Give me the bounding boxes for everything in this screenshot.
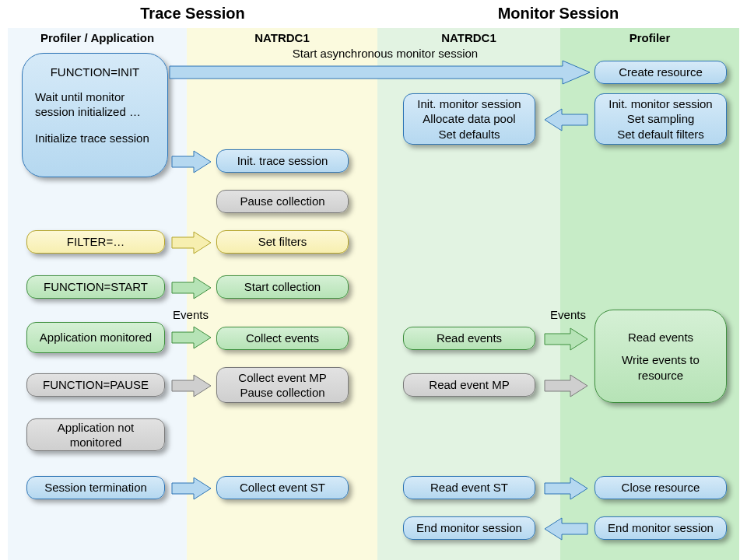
mon-init-right-l2: Set sampling <box>627 111 695 127</box>
collect-mp-l1: Collect event MP <box>238 370 326 386</box>
read-events-small-box: Read events <box>403 327 535 350</box>
mon-init-left-l1: Init. monitor session <box>417 96 521 112</box>
init-l1: FUNCTION=INIT <box>35 65 155 80</box>
sess-term-box: Session termination <box>26 476 165 499</box>
arrow-read-st <box>545 478 587 499</box>
init-l3: Initialize trace session <box>35 131 149 146</box>
monitor-session-title: Monitor Session <box>377 5 739 23</box>
mon-init-left-box: Init. monitor session Allocate data pool… <box>403 93 535 145</box>
arrow-init-trace <box>172 151 211 173</box>
read-events-big-l2: Write events to resource <box>603 352 718 383</box>
col4-header: Profiler <box>560 31 739 44</box>
read-mp-box: Read event MP <box>403 373 535 397</box>
arrow-read-mp <box>545 375 587 397</box>
collect-events-box: Collect events <box>216 327 349 350</box>
events-right-label: Events <box>541 308 595 321</box>
filter-box: FILTER=… <box>26 230 165 254</box>
arrow-start <box>172 277 211 299</box>
read-st-box: Read event ST <box>403 476 535 499</box>
read-events-big-l1: Read events <box>628 330 693 345</box>
collect-mp-l2: Pause collection <box>240 385 324 401</box>
col1-header: Profiler / Application <box>8 31 187 44</box>
app-not-mon-box: Application not monitored <box>26 418 165 451</box>
end-mon-left-box: End monitor session <box>403 516 535 540</box>
read-events-big-box: Read events Write events to resource <box>594 310 727 403</box>
events-left-label: Events <box>163 308 218 321</box>
arrow-app-mon <box>172 327 211 348</box>
arrow-sess-term <box>172 478 211 499</box>
start-async-label: Start asynchronous monitor session <box>202 47 568 60</box>
col2-header: NATRDC1 <box>187 31 377 44</box>
init-trace-box: Init. trace session <box>216 149 349 173</box>
start-collection-box: Start collection <box>216 275 349 299</box>
arrow-end-mon <box>545 518 587 540</box>
collect-mp-box: Collect event MP Pause collection <box>216 367 349 403</box>
arrow-filter <box>172 232 211 254</box>
mon-init-left-l2: Allocate data pool <box>423 111 515 127</box>
mon-init-right-l3: Set default filters <box>617 127 704 142</box>
init-l2: Wait until monitor session initialized … <box>35 89 155 120</box>
mon-init-right-l1: Init. monitor session <box>608 96 712 112</box>
mon-init-right-box: Init. monitor session Set sampling Set d… <box>594 93 727 145</box>
col3-header: NATRDC1 <box>377 31 560 44</box>
close-resource-box: Close resource <box>594 476 727 499</box>
function-init-block: FUNCTION=INIT Wait until monitor session… <box>22 53 168 177</box>
arrow-mon-init-left <box>545 109 587 131</box>
set-filters-box: Set filters <box>216 230 349 254</box>
mon-init-left-l3: Set defaults <box>438 127 500 142</box>
func-start-box: FUNCTION=START <box>26 275 165 299</box>
app-monitored-box: Application monitored <box>26 322 165 353</box>
trace-session-title: Trace Session <box>8 5 377 23</box>
arrow-start-async <box>170 61 590 84</box>
diagram-canvas: Trace Session Monitor Session Profiler /… <box>0 0 747 560</box>
collect-st-box: Collect event ST <box>216 476 349 499</box>
func-pause-box: FUNCTION=PAUSE <box>26 373 165 397</box>
end-mon-right-box: End monitor session <box>594 516 727 540</box>
pause-collection1-box: Pause collection <box>216 190 349 213</box>
create-resource-box: Create resource <box>594 61 727 84</box>
arrow-pause <box>172 375 211 397</box>
arrow-read-events <box>545 328 587 350</box>
